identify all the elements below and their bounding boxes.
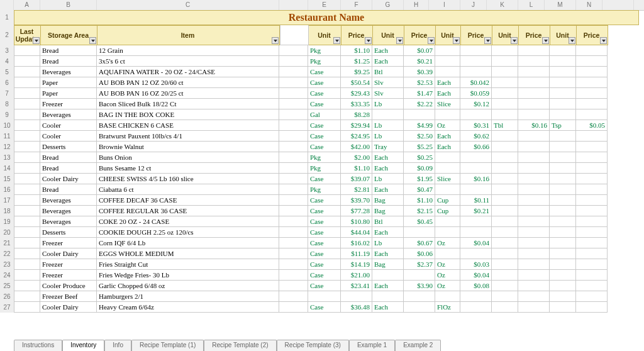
- col-letter[interactable]: K: [487, 0, 518, 10]
- cell[interactable]: [518, 238, 550, 248]
- cell[interactable]: [550, 174, 576, 184]
- cell[interactable]: [279, 109, 308, 120]
- cell[interactable]: [279, 184, 308, 195]
- row-number[interactable]: 4: [0, 56, 14, 67]
- header-price[interactable]: Price: [341, 25, 373, 45]
- row-number[interactable]: 23: [0, 259, 14, 270]
- cell[interactable]: Ciabatta 6 ct: [97, 184, 279, 195]
- cell[interactable]: Case: [308, 174, 341, 184]
- cell[interactable]: Bread: [40, 184, 97, 195]
- cell[interactable]: Paper: [40, 88, 97, 99]
- cell[interactable]: [492, 291, 518, 302]
- cell[interactable]: [279, 238, 308, 248]
- cell[interactable]: Case: [308, 281, 341, 291]
- cell[interactable]: Cooler Dairy: [40, 302, 97, 313]
- cell[interactable]: [518, 206, 550, 216]
- filter-dropdown-icon[interactable]: [333, 37, 340, 44]
- cell[interactable]: Pkg: [308, 184, 341, 195]
- cell[interactable]: [14, 174, 40, 184]
- cell[interactable]: [492, 163, 518, 174]
- cell[interactable]: Case: [308, 195, 341, 206]
- cell[interactable]: $0.16: [518, 120, 550, 131]
- cell[interactable]: [435, 216, 460, 227]
- cell[interactable]: [14, 56, 40, 67]
- header-unit[interactable]: Unit: [492, 25, 519, 45]
- cell[interactable]: [550, 302, 576, 313]
- filter-dropdown-icon[interactable]: [89, 37, 96, 44]
- cell[interactable]: Heavy Cream 6/64z: [97, 302, 279, 313]
- cell[interactable]: [435, 291, 460, 302]
- row-number[interactable]: 12: [0, 142, 14, 152]
- cell[interactable]: $9.25: [341, 67, 372, 77]
- cell[interactable]: AU BOB PAN 12 OZ 20/60 ct: [97, 77, 279, 88]
- cell[interactable]: Beverages: [40, 216, 97, 227]
- cell[interactable]: Case: [308, 259, 341, 270]
- row-number[interactable]: 11: [0, 131, 14, 142]
- cell[interactable]: Oz: [435, 259, 460, 270]
- filter-dropdown-icon[interactable]: [453, 37, 460, 44]
- cell[interactable]: Beverages: [40, 195, 97, 206]
- cell[interactable]: [550, 184, 576, 195]
- cell[interactable]: [14, 99, 40, 109]
- cell[interactable]: [550, 291, 576, 302]
- filter-dropdown-icon[interactable]: [484, 37, 491, 44]
- cell[interactable]: Lb: [372, 174, 404, 184]
- cell[interactable]: [460, 291, 492, 302]
- cell[interactable]: Pkg: [308, 56, 341, 67]
- cell[interactable]: Oz: [435, 238, 460, 248]
- cell[interactable]: [576, 163, 608, 174]
- cell[interactable]: Each: [372, 302, 404, 313]
- cell[interactable]: Cooler: [40, 120, 97, 131]
- cell[interactable]: [518, 77, 550, 88]
- cell[interactable]: [518, 109, 550, 120]
- filter-dropdown-icon[interactable]: [569, 37, 575, 44]
- cell[interactable]: [460, 216, 492, 227]
- cell[interactable]: $0.47: [404, 184, 435, 195]
- cell[interactable]: [550, 270, 576, 281]
- cell[interactable]: $0.03: [460, 259, 492, 270]
- cell[interactable]: $77.28: [341, 206, 372, 216]
- cell[interactable]: [404, 109, 435, 120]
- cell[interactable]: Bag: [372, 259, 404, 270]
- cell[interactable]: [279, 77, 308, 88]
- cell[interactable]: Brownie Walnut: [97, 142, 279, 152]
- cell[interactable]: [492, 270, 518, 281]
- cell[interactable]: [492, 152, 518, 163]
- cell[interactable]: [492, 206, 518, 216]
- cell[interactable]: $0.07: [404, 45, 435, 56]
- cell[interactable]: [550, 238, 576, 248]
- cell[interactable]: [492, 109, 518, 120]
- cell[interactable]: [492, 99, 518, 109]
- cell[interactable]: Oz: [435, 120, 460, 131]
- cell[interactable]: EGGS WHOLE MEDIUM: [97, 248, 279, 259]
- cell[interactable]: $2.81: [341, 184, 372, 195]
- cell[interactable]: Tbl: [492, 120, 518, 131]
- cell[interactable]: $44.04: [341, 227, 372, 238]
- row-number[interactable]: 27: [0, 302, 14, 313]
- cell[interactable]: [518, 131, 550, 142]
- cell[interactable]: $0.21: [460, 206, 492, 216]
- sheet-tab[interactable]: Recipe Template (2): [204, 340, 276, 351]
- cell[interactable]: [550, 259, 576, 270]
- cell[interactable]: $0.25: [404, 152, 435, 163]
- row-number[interactable]: 6: [0, 77, 14, 88]
- cell[interactable]: [576, 270, 608, 281]
- cell[interactable]: $2.53: [404, 77, 435, 88]
- col-letter[interactable]: E: [308, 0, 341, 10]
- cell[interactable]: Fries Wedge Fries- 30 Lb: [97, 270, 279, 281]
- cell[interactable]: [460, 152, 492, 163]
- cell[interactable]: $11.19: [341, 248, 372, 259]
- row-number[interactable]: 8: [0, 99, 14, 109]
- cell[interactable]: [279, 131, 308, 142]
- cell[interactable]: [14, 238, 40, 248]
- header-unit[interactable]: Unit: [309, 25, 341, 45]
- header-unit[interactable]: Unit: [373, 25, 404, 45]
- cell[interactable]: [435, 67, 460, 77]
- cell[interactable]: [492, 45, 518, 56]
- header-price[interactable]: Price: [577, 25, 608, 45]
- cell[interactable]: Oz: [435, 270, 460, 281]
- cell[interactable]: [372, 291, 404, 302]
- filter-dropdown-icon[interactable]: [33, 37, 40, 44]
- cell[interactable]: Corn IQF 6/4 Lb: [97, 238, 279, 248]
- cell[interactable]: [576, 216, 608, 227]
